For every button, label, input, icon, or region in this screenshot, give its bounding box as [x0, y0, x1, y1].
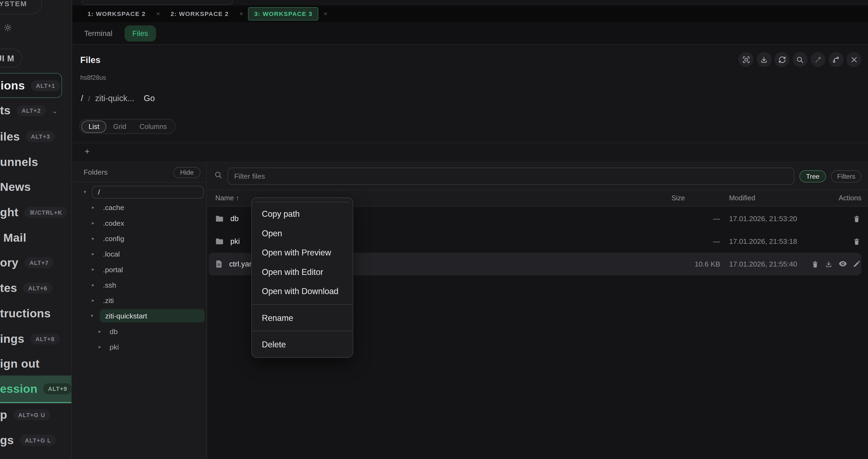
filter-files-input[interactable]: [227, 168, 795, 185]
tree-item-label: .portal: [103, 265, 123, 273]
view-list-button[interactable]: List: [82, 120, 106, 132]
caret-right-icon[interactable]: ▸: [92, 282, 94, 287]
sidebar-item-group-u[interactable]: pALT+G U: [0, 402, 50, 427]
menu-item-rename[interactable]: Rename: [252, 308, 352, 328]
workspace-tab-3[interactable]: 3: WORKSPACE 3: [248, 7, 318, 21]
sidebar-item-notes[interactable]: tesALT+6: [0, 275, 53, 301]
menu-item-copy-path[interactable]: Copy path: [252, 204, 352, 224]
caret-right-icon[interactable]: ▸: [98, 328, 101, 334]
caret-right-icon[interactable]: ▸: [92, 251, 94, 257]
refresh-button[interactable]: [774, 52, 789, 67]
tab-terminal[interactable]: Terminal: [84, 29, 112, 37]
tree-item-[interactable]: ▾/: [72, 184, 206, 199]
tree-item-pki[interactable]: ▸pki: [72, 339, 206, 354]
workspace-tab-2[interactable]: 2: WORKSPACE 2: [165, 8, 234, 20]
delete-file-button[interactable]: [853, 238, 861, 245]
menu-item-delete[interactable]: Delete: [252, 335, 352, 354]
sidebar-item-settings[interactable]: ingsALT+8: [0, 326, 60, 352]
edit-file-button[interactable]: [853, 260, 861, 268]
caret-right-icon[interactable]: ▸: [92, 236, 94, 241]
tree-view-button[interactable]: Tree: [799, 170, 826, 182]
workspace-tab-label: 1: WORKSPACE 2: [82, 8, 151, 20]
download-file-button[interactable]: [825, 260, 833, 268]
sidebar-item-ui-mode-pill[interactable]: UI M: [0, 48, 22, 68]
close-tab-icon[interactable]: ×: [318, 10, 332, 18]
tree-item-cache[interactable]: ▸.cache: [72, 200, 206, 215]
column-actions: Actions: [817, 194, 862, 202]
tree-item-portal[interactable]: ▸.portal: [72, 262, 206, 277]
view-grid-button[interactable]: Grid: [106, 121, 133, 132]
filters-button[interactable]: Filters: [831, 170, 862, 182]
sidebar-item-system-pill[interactable]: YSTEM: [0, 0, 42, 14]
caret-down-icon[interactable]: ▾: [84, 189, 86, 195]
tree-root-input[interactable]: /: [92, 186, 204, 198]
sidebar-item-spotlight[interactable]: ght⌘/CTRL+K: [0, 200, 67, 225]
sidebar-item-label: UI M: [0, 53, 14, 63]
column-modified[interactable]: Modified: [720, 194, 817, 202]
breadcrumb-current[interactable]: ziti-quick...: [95, 94, 134, 103]
preview-file-button[interactable]: [839, 260, 847, 268]
caret-right-icon[interactable]: ▸: [98, 344, 101, 349]
branch-button[interactable]: [829, 52, 843, 67]
tree-item-config[interactable]: ▸.config: [72, 231, 206, 246]
close-button[interactable]: [846, 52, 861, 67]
sidebar-item-label: tructions: [0, 307, 51, 320]
workspace-tab-1[interactable]: 1: WORKSPACE 2: [82, 8, 151, 20]
file-modified-cell: 17.01.2026, 21:55:40: [720, 260, 817, 268]
breadcrumb-root[interactable]: /: [81, 94, 83, 103]
menu-item-open-with-download[interactable]: Open with Download: [252, 282, 352, 301]
tree-item-local[interactable]: ▸.local: [72, 246, 206, 261]
tree-item-label: .codex: [103, 219, 124, 227]
screenshot-button[interactable]: [739, 52, 753, 67]
sidebar-item-label: iles: [0, 130, 20, 143]
file-name-label: pki: [230, 237, 240, 246]
sidebar-item-history[interactable]: oryALT+7: [0, 250, 54, 275]
hide-folders-button[interactable]: Hide: [173, 167, 200, 178]
shortcut-badge: ALT+9: [43, 383, 72, 394]
tree-item-zitiquickstart[interactable]: ▾ziti-quickstart: [72, 308, 206, 324]
sidebar-item-tunnels[interactable]: unnels: [0, 149, 38, 175]
menu-item-open-with-editor[interactable]: Open with Editor: [252, 262, 352, 282]
column-size[interactable]: Size: [670, 194, 720, 202]
menu-item-open[interactable]: Open: [252, 224, 352, 243]
tree-item-ssh[interactable]: ▸.ssh: [72, 277, 206, 293]
top-strip: [72, 0, 868, 5]
tree-selected-item[interactable]: ziti-quickstart: [99, 309, 205, 323]
app-window: YSTEMUI MionsALT+1tsALT+2⌄ilesALT+3unnel…: [0, 0, 868, 459]
sidebar-item-logs[interactable]: gsALT+G L: [0, 427, 56, 453]
sidebar-item-theme-toggle[interactable]: [3, 23, 12, 34]
tab-files[interactable]: Files: [125, 25, 156, 41]
shortcut-badge: ALT+1: [31, 80, 60, 91]
tree-item-db[interactable]: ▸db: [72, 324, 206, 339]
search-button[interactable]: [793, 52, 807, 67]
sidebar-item-instructions[interactable]: tructions: [0, 301, 51, 326]
file-size-cell: 10.6 KB: [670, 260, 720, 268]
view-columns-button[interactable]: Columns: [133, 121, 173, 132]
download-button[interactable]: [756, 52, 771, 67]
caret-down-icon[interactable]: ▾: [91, 313, 93, 319]
sidebar-item-files[interactable]: ilesALT+3: [0, 124, 55, 149]
caret-right-icon[interactable]: ▸: [92, 220, 94, 225]
caret-right-icon[interactable]: ▸: [92, 205, 94, 210]
caret-right-icon[interactable]: ▸: [92, 298, 94, 303]
tree-item-ziti[interactable]: ▸.ziti: [72, 293, 206, 308]
file-modified-cell: 17.01.2026, 21:53:20: [720, 215, 817, 223]
sidebar-item-sign-out[interactable]: ign out: [0, 351, 39, 376]
sidebar-item-sessions[interactable]: ionsALT+1: [0, 73, 62, 98]
tree-item-codex[interactable]: ▸.codex: [72, 215, 206, 231]
chevron-down-icon: ⌄: [52, 106, 58, 115]
close-tab-icon[interactable]: ×: [151, 10, 165, 18]
shortcut-badge: ALT+3: [26, 131, 55, 142]
go-button[interactable]: Go: [144, 94, 155, 103]
delete-file-button[interactable]: [811, 260, 819, 268]
sidebar-item-agents[interactable]: tsALT+2⌄: [0, 98, 58, 123]
caret-right-icon[interactable]: ▸: [92, 266, 94, 272]
sidebar-item-session[interactable]: essionALT+9: [0, 375, 72, 403]
add-tab-button[interactable]: +: [85, 146, 90, 156]
sidebar-item-mail[interactable]: Mail: [3, 225, 26, 251]
close-tab-icon[interactable]: ×: [235, 10, 248, 18]
menu-item-open-with-preview[interactable]: Open with Preview: [252, 243, 352, 262]
sidebar-item-news[interactable]: News: [0, 174, 31, 199]
delete-file-button[interactable]: [853, 215, 861, 223]
wand-button[interactable]: [810, 52, 825, 67]
